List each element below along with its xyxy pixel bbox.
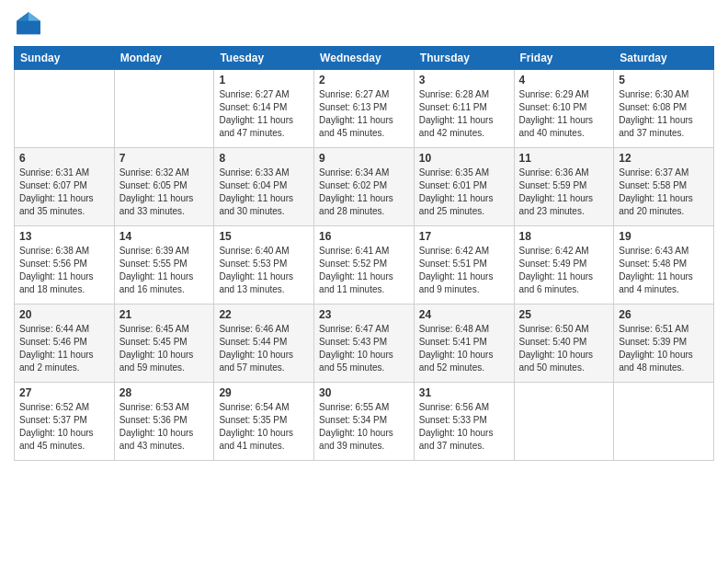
logo xyxy=(14,9,47,39)
day-info: Sunrise: 6:56 AM Sunset: 5:33 PM Dayligh… xyxy=(419,401,509,453)
day-info: Sunrise: 6:34 AM Sunset: 6:02 PM Dayligh… xyxy=(319,167,409,218)
day-number: 20 xyxy=(19,308,109,321)
day-info: Sunrise: 6:27 AM Sunset: 6:13 PM Dayligh… xyxy=(319,88,409,140)
day-cell: 18Sunrise: 6:42 AM Sunset: 5:49 PM Dayli… xyxy=(514,226,614,304)
day-number: 7 xyxy=(119,152,210,165)
day-cell: 5Sunrise: 6:30 AM Sunset: 6:08 PM Daylig… xyxy=(614,70,714,148)
day-info: Sunrise: 6:32 AM Sunset: 6:05 PM Dayligh… xyxy=(119,167,210,218)
day-cell: 31Sunrise: 6:56 AM Sunset: 5:33 PM Dayli… xyxy=(414,383,514,461)
calendar-header: SundayMondayTuesdayWednesdayThursdayFrid… xyxy=(15,47,714,70)
day-info: Sunrise: 6:50 AM Sunset: 5:40 PM Dayligh… xyxy=(519,323,609,374)
day-info: Sunrise: 6:53 AM Sunset: 5:36 PM Dayligh… xyxy=(119,401,210,453)
header-cell-monday: Monday xyxy=(114,47,214,70)
day-info: Sunrise: 6:28 AM Sunset: 6:11 PM Dayligh… xyxy=(419,88,509,140)
header-cell-tuesday: Tuesday xyxy=(214,47,314,70)
week-row-4: 20Sunrise: 6:44 AM Sunset: 5:46 PM Dayli… xyxy=(15,304,714,383)
day-info: Sunrise: 6:52 AM Sunset: 5:37 PM Dayligh… xyxy=(19,401,109,453)
day-cell: 7Sunrise: 6:32 AM Sunset: 6:05 PM Daylig… xyxy=(114,148,214,226)
day-number: 30 xyxy=(319,386,409,399)
day-info: Sunrise: 6:31 AM Sunset: 6:07 PM Dayligh… xyxy=(19,167,109,218)
day-number: 8 xyxy=(219,152,309,165)
day-number: 31 xyxy=(419,386,509,399)
day-info: Sunrise: 6:29 AM Sunset: 6:10 PM Dayligh… xyxy=(519,88,609,140)
day-info: Sunrise: 6:33 AM Sunset: 6:04 PM Dayligh… xyxy=(219,167,309,218)
logo-icon xyxy=(14,9,43,39)
day-cell: 6Sunrise: 6:31 AM Sunset: 6:07 PM Daylig… xyxy=(15,148,115,226)
day-cell: 11Sunrise: 6:36 AM Sunset: 5:59 PM Dayli… xyxy=(514,148,614,226)
day-info: Sunrise: 6:45 AM Sunset: 5:45 PM Dayligh… xyxy=(119,323,210,374)
day-cell: 8Sunrise: 6:33 AM Sunset: 6:04 PM Daylig… xyxy=(214,148,314,226)
header xyxy=(14,9,714,39)
day-info: Sunrise: 6:42 AM Sunset: 5:51 PM Dayligh… xyxy=(419,245,509,296)
day-number: 2 xyxy=(319,74,409,86)
week-row-2: 6Sunrise: 6:31 AM Sunset: 6:07 PM Daylig… xyxy=(15,148,714,226)
day-cell: 10Sunrise: 6:35 AM Sunset: 6:01 PM Dayli… xyxy=(414,148,514,226)
day-number: 9 xyxy=(319,152,409,165)
day-info: Sunrise: 6:54 AM Sunset: 5:35 PM Dayligh… xyxy=(219,401,309,453)
day-cell: 2Sunrise: 6:27 AM Sunset: 6:13 PM Daylig… xyxy=(314,70,415,148)
day-number: 22 xyxy=(219,308,309,321)
day-info: Sunrise: 6:55 AM Sunset: 5:34 PM Dayligh… xyxy=(319,401,409,453)
week-row-1: 1Sunrise: 6:27 AM Sunset: 6:14 PM Daylig… xyxy=(15,70,714,148)
day-cell: 9Sunrise: 6:34 AM Sunset: 6:02 PM Daylig… xyxy=(314,148,415,226)
header-cell-wednesday: Wednesday xyxy=(314,47,415,70)
day-cell xyxy=(614,383,714,461)
day-cell: 14Sunrise: 6:39 AM Sunset: 5:55 PM Dayli… xyxy=(114,226,214,304)
day-info: Sunrise: 6:37 AM Sunset: 5:58 PM Dayligh… xyxy=(619,167,709,218)
day-cell: 26Sunrise: 6:51 AM Sunset: 5:39 PM Dayli… xyxy=(614,304,714,383)
day-number: 29 xyxy=(219,386,309,399)
day-info: Sunrise: 6:39 AM Sunset: 5:55 PM Dayligh… xyxy=(119,245,210,296)
day-info: Sunrise: 6:42 AM Sunset: 5:49 PM Dayligh… xyxy=(519,245,609,296)
day-info: Sunrise: 6:46 AM Sunset: 5:44 PM Dayligh… xyxy=(219,323,309,374)
day-info: Sunrise: 6:44 AM Sunset: 5:46 PM Dayligh… xyxy=(19,323,109,374)
day-number: 11 xyxy=(519,152,609,165)
day-cell: 21Sunrise: 6:45 AM Sunset: 5:45 PM Dayli… xyxy=(114,304,214,383)
day-info: Sunrise: 6:40 AM Sunset: 5:53 PM Dayligh… xyxy=(219,245,309,296)
day-cell xyxy=(514,383,614,461)
day-number: 13 xyxy=(19,230,109,243)
day-cell: 29Sunrise: 6:54 AM Sunset: 5:35 PM Dayli… xyxy=(214,383,314,461)
day-cell: 4Sunrise: 6:29 AM Sunset: 6:10 PM Daylig… xyxy=(514,70,614,148)
day-number: 27 xyxy=(19,386,109,399)
svg-rect-2 xyxy=(17,21,40,34)
day-cell: 13Sunrise: 6:38 AM Sunset: 5:56 PM Dayli… xyxy=(15,226,115,304)
day-cell: 3Sunrise: 6:28 AM Sunset: 6:11 PM Daylig… xyxy=(414,70,514,148)
day-cell xyxy=(114,70,214,148)
day-number: 23 xyxy=(319,308,409,321)
day-number: 3 xyxy=(419,74,509,86)
day-cell: 17Sunrise: 6:42 AM Sunset: 5:51 PM Dayli… xyxy=(414,226,514,304)
day-number: 18 xyxy=(519,230,609,243)
day-number: 24 xyxy=(419,308,509,321)
day-number: 6 xyxy=(19,152,109,165)
day-info: Sunrise: 6:27 AM Sunset: 6:14 PM Dayligh… xyxy=(219,88,309,140)
day-number: 1 xyxy=(219,74,309,86)
day-number: 19 xyxy=(619,230,709,243)
day-cell: 1Sunrise: 6:27 AM Sunset: 6:14 PM Daylig… xyxy=(214,70,314,148)
day-info: Sunrise: 6:30 AM Sunset: 6:08 PM Dayligh… xyxy=(619,88,709,140)
day-info: Sunrise: 6:48 AM Sunset: 5:41 PM Dayligh… xyxy=(419,323,509,374)
header-row: SundayMondayTuesdayWednesdayThursdayFrid… xyxy=(15,47,714,70)
header-cell-thursday: Thursday xyxy=(414,47,514,70)
day-cell xyxy=(15,70,115,148)
day-cell: 19Sunrise: 6:43 AM Sunset: 5:48 PM Dayli… xyxy=(614,226,714,304)
week-row-3: 13Sunrise: 6:38 AM Sunset: 5:56 PM Dayli… xyxy=(15,226,714,304)
calendar-body: 1Sunrise: 6:27 AM Sunset: 6:14 PM Daylig… xyxy=(15,70,714,461)
day-number: 17 xyxy=(419,230,509,243)
day-number: 25 xyxy=(519,308,609,321)
svg-marker-1 xyxy=(28,12,40,21)
day-cell: 30Sunrise: 6:55 AM Sunset: 5:34 PM Dayli… xyxy=(314,383,415,461)
day-cell: 12Sunrise: 6:37 AM Sunset: 5:58 PM Dayli… xyxy=(614,148,714,226)
day-cell: 25Sunrise: 6:50 AM Sunset: 5:40 PM Dayli… xyxy=(514,304,614,383)
day-number: 28 xyxy=(119,386,210,399)
day-info: Sunrise: 6:36 AM Sunset: 5:59 PM Dayligh… xyxy=(519,167,609,218)
header-cell-saturday: Saturday xyxy=(614,47,714,70)
calendar-table: SundayMondayTuesdayWednesdayThursdayFrid… xyxy=(14,46,714,461)
day-number: 26 xyxy=(619,308,709,321)
day-cell: 16Sunrise: 6:41 AM Sunset: 5:52 PM Dayli… xyxy=(314,226,415,304)
day-cell: 22Sunrise: 6:46 AM Sunset: 5:44 PM Dayli… xyxy=(214,304,314,383)
page: SundayMondayTuesdayWednesdayThursdayFrid… xyxy=(0,0,728,475)
day-info: Sunrise: 6:41 AM Sunset: 5:52 PM Dayligh… xyxy=(319,245,409,296)
day-number: 12 xyxy=(619,152,709,165)
header-cell-sunday: Sunday xyxy=(15,47,115,70)
day-cell: 28Sunrise: 6:53 AM Sunset: 5:36 PM Dayli… xyxy=(114,383,214,461)
